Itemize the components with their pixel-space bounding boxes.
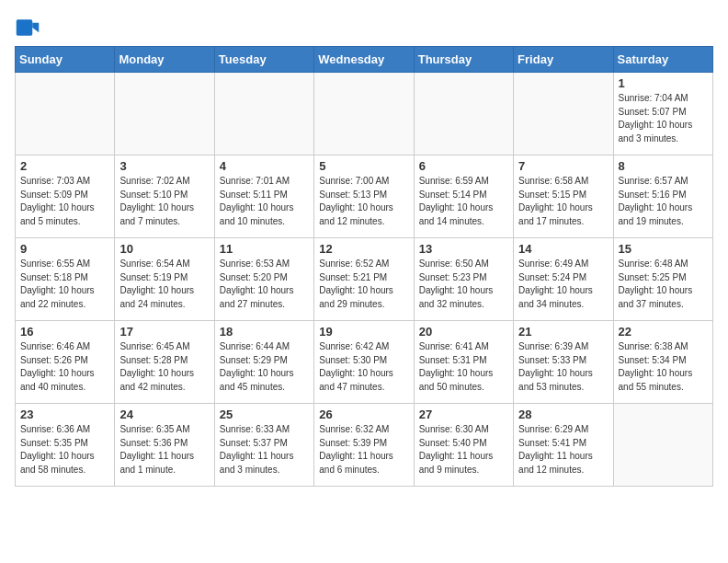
day-info: Sunrise: 6:54 AM Sunset: 5:19 PM Dayligh… [119, 258, 209, 311]
logo [15, 15, 44, 40]
calendar-week-row: 1Sunrise: 7:04 AM Sunset: 5:07 PM Daylig… [16, 73, 713, 155]
calendar-day-cell: 4Sunrise: 7:01 AM Sunset: 5:11 PM Daylig… [214, 155, 313, 238]
calendar-day-cell [414, 73, 513, 155]
weekday-header: Sunday [16, 47, 115, 73]
day-number: 28 [518, 408, 608, 421]
calendar-day-cell: 24Sunrise: 6:35 AM Sunset: 5:36 PM Dayli… [115, 404, 214, 487]
day-info: Sunrise: 7:03 AM Sunset: 5:09 PM Dayligh… [20, 175, 109, 228]
day-info: Sunrise: 6:44 AM Sunset: 5:29 PM Dayligh… [220, 340, 309, 394]
day-number: 27 [419, 408, 508, 421]
day-info: Sunrise: 6:32 AM Sunset: 5:39 PM Dayligh… [319, 423, 408, 477]
day-info: Sunrise: 6:41 AM Sunset: 5:31 PM Dayligh… [419, 340, 508, 394]
day-number: 10 [119, 242, 209, 256]
calendar-day-cell: 17Sunrise: 6:45 AM Sunset: 5:28 PM Dayli… [115, 321, 214, 404]
day-info: Sunrise: 6:39 AM Sunset: 5:33 PM Dayligh… [518, 340, 608, 394]
day-info: Sunrise: 6:42 AM Sunset: 5:30 PM Dayligh… [319, 340, 408, 394]
logo-icon [15, 15, 40, 40]
calendar-day-cell: 21Sunrise: 6:39 AM Sunset: 5:33 PM Dayli… [514, 321, 613, 404]
day-info: Sunrise: 6:46 AM Sunset: 5:26 PM Dayligh… [20, 340, 109, 394]
day-number: 24 [119, 408, 209, 421]
day-number: 7 [518, 159, 608, 173]
day-info: Sunrise: 6:45 AM Sunset: 5:28 PM Dayligh… [119, 340, 209, 394]
day-info: Sunrise: 6:29 AM Sunset: 5:41 PM Dayligh… [518, 423, 608, 477]
calendar-day-cell: 26Sunrise: 6:32 AM Sunset: 5:39 PM Dayli… [314, 404, 414, 487]
calendar-day-cell: 22Sunrise: 6:38 AM Sunset: 5:34 PM Dayli… [613, 321, 712, 404]
calendar-day-cell: 18Sunrise: 6:44 AM Sunset: 5:29 PM Dayli… [214, 321, 313, 404]
calendar-day-cell [115, 73, 214, 155]
day-info: Sunrise: 6:50 AM Sunset: 5:23 PM Dayligh… [419, 258, 508, 311]
day-number: 26 [319, 408, 408, 421]
day-info: Sunrise: 6:52 AM Sunset: 5:21 PM Dayligh… [319, 258, 408, 311]
calendar-day-cell: 1Sunrise: 7:04 AM Sunset: 5:07 PM Daylig… [613, 73, 712, 155]
day-info: Sunrise: 6:33 AM Sunset: 5:37 PM Dayligh… [220, 423, 309, 477]
day-number: 2 [20, 159, 109, 173]
day-number: 4 [220, 159, 309, 173]
calendar-day-cell: 2Sunrise: 7:03 AM Sunset: 5:09 PM Daylig… [16, 155, 115, 238]
calendar-day-cell: 19Sunrise: 6:42 AM Sunset: 5:30 PM Dayli… [314, 321, 414, 404]
day-number: 20 [419, 325, 508, 339]
day-number: 5 [319, 159, 408, 173]
day-number: 19 [319, 325, 408, 339]
day-number: 17 [119, 325, 209, 339]
day-number: 11 [220, 242, 309, 256]
day-info: Sunrise: 6:55 AM Sunset: 5:18 PM Dayligh… [20, 258, 109, 311]
day-number: 6 [419, 159, 508, 173]
day-info: Sunrise: 6:38 AM Sunset: 5:34 PM Dayligh… [619, 340, 708, 394]
weekday-header: Tuesday [214, 47, 313, 73]
day-number: 18 [220, 325, 309, 339]
calendar-day-cell: 28Sunrise: 6:29 AM Sunset: 5:41 PM Dayli… [514, 404, 613, 487]
day-info: Sunrise: 7:00 AM Sunset: 5:13 PM Dayligh… [319, 175, 408, 228]
day-number: 16 [20, 325, 109, 339]
calendar-day-cell: 16Sunrise: 6:46 AM Sunset: 5:26 PM Dayli… [16, 321, 115, 404]
day-info: Sunrise: 6:35 AM Sunset: 5:36 PM Dayligh… [119, 423, 209, 477]
calendar-day-cell: 15Sunrise: 6:48 AM Sunset: 5:25 PM Dayli… [613, 238, 712, 321]
calendar-day-cell [314, 73, 414, 155]
day-info: Sunrise: 7:01 AM Sunset: 5:11 PM Dayligh… [220, 175, 309, 228]
calendar-day-cell [613, 404, 712, 487]
page-header [15, 15, 713, 40]
weekday-header: Friday [514, 47, 613, 73]
calendar-day-cell: 10Sunrise: 6:54 AM Sunset: 5:19 PM Dayli… [115, 238, 214, 321]
day-number: 23 [20, 408, 109, 421]
calendar-day-cell [16, 73, 115, 155]
calendar-day-cell: 23Sunrise: 6:36 AM Sunset: 5:35 PM Dayli… [16, 404, 115, 487]
day-number: 3 [119, 159, 209, 173]
svg-marker-1 [32, 23, 39, 33]
svg-rect-0 [17, 19, 33, 36]
calendar-day-cell: 13Sunrise: 6:50 AM Sunset: 5:23 PM Dayli… [414, 238, 513, 321]
day-info: Sunrise: 6:59 AM Sunset: 5:14 PM Dayligh… [419, 175, 508, 228]
calendar-week-row: 16Sunrise: 6:46 AM Sunset: 5:26 PM Dayli… [16, 321, 713, 404]
day-number: 25 [220, 408, 309, 421]
weekday-header: Wednesday [314, 47, 414, 73]
day-number: 14 [518, 242, 608, 256]
calendar-day-cell [514, 73, 613, 155]
calendar-day-cell: 7Sunrise: 6:58 AM Sunset: 5:15 PM Daylig… [514, 155, 613, 238]
calendar-day-cell: 25Sunrise: 6:33 AM Sunset: 5:37 PM Dayli… [214, 404, 313, 487]
day-info: Sunrise: 6:36 AM Sunset: 5:35 PM Dayligh… [20, 423, 109, 477]
weekday-header: Thursday [414, 47, 513, 73]
day-number: 21 [518, 325, 608, 339]
day-info: Sunrise: 6:53 AM Sunset: 5:20 PM Dayligh… [220, 258, 309, 311]
day-info: Sunrise: 6:49 AM Sunset: 5:24 PM Dayligh… [518, 258, 608, 311]
day-info: Sunrise: 6:57 AM Sunset: 5:16 PM Dayligh… [619, 175, 708, 228]
day-number: 22 [619, 325, 708, 339]
calendar-day-cell: 14Sunrise: 6:49 AM Sunset: 5:24 PM Dayli… [514, 238, 613, 321]
calendar-day-cell: 11Sunrise: 6:53 AM Sunset: 5:20 PM Dayli… [214, 238, 313, 321]
day-number: 15 [619, 242, 708, 256]
calendar-week-row: 9Sunrise: 6:55 AM Sunset: 5:18 PM Daylig… [16, 238, 713, 321]
calendar-day-cell: 27Sunrise: 6:30 AM Sunset: 5:40 PM Dayli… [414, 404, 513, 487]
day-info: Sunrise: 7:02 AM Sunset: 5:10 PM Dayligh… [119, 175, 209, 228]
weekday-header: Monday [115, 47, 214, 73]
day-number: 13 [419, 242, 508, 256]
calendar-week-row: 2Sunrise: 7:03 AM Sunset: 5:09 PM Daylig… [16, 155, 713, 238]
day-number: 1 [619, 76, 708, 90]
day-info: Sunrise: 7:04 AM Sunset: 5:07 PM Dayligh… [619, 92, 708, 145]
calendar-day-cell: 9Sunrise: 6:55 AM Sunset: 5:18 PM Daylig… [16, 238, 115, 321]
calendar-day-cell: 12Sunrise: 6:52 AM Sunset: 5:21 PM Dayli… [314, 238, 414, 321]
calendar-day-cell [214, 73, 313, 155]
day-number: 9 [20, 242, 109, 256]
calendar-day-cell: 5Sunrise: 7:00 AM Sunset: 5:13 PM Daylig… [314, 155, 414, 238]
calendar-day-cell: 20Sunrise: 6:41 AM Sunset: 5:31 PM Dayli… [414, 321, 513, 404]
day-number: 8 [619, 159, 708, 173]
day-number: 12 [319, 242, 408, 256]
